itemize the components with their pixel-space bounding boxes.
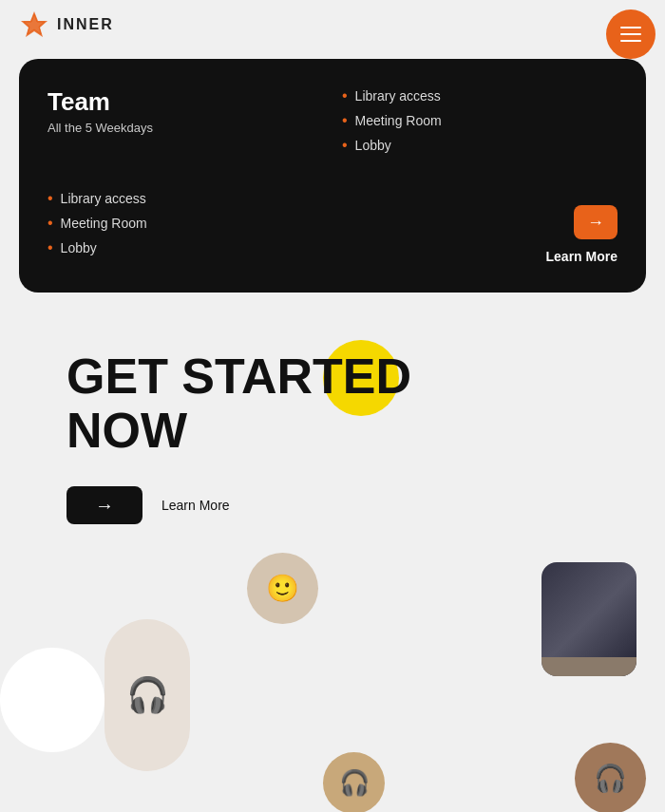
laptop-keyboard (542, 657, 636, 676)
title-wrapper: GET STARTED NOW (66, 349, 411, 458)
get-started-title: GET STARTED NOW (66, 349, 411, 458)
card-top: Team All the 5 Weekdays Library access M… (48, 87, 618, 161)
feature-label: Library access (355, 88, 441, 104)
headphones-bottom-image: 🎧 (323, 752, 385, 812)
card-arrow-button[interactable]: → (574, 205, 618, 239)
feature-item: Lobby (48, 239, 332, 256)
arrow-icon: → (95, 495, 114, 517)
card-title: Team (48, 87, 323, 117)
get-started-section: GET STARTED NOW → Learn More (0, 312, 665, 543)
headphones2-emoji: 🎧 (339, 768, 370, 798)
features-list-right: Library access Meeting Room Lobby (342, 87, 618, 154)
headphones-left-image: 🎧 (104, 619, 190, 771)
feature-item: Library access (342, 87, 618, 104)
feature-item: Meeting Room (342, 112, 618, 129)
images-section: 🙂 🎧 🎧 🎧 (0, 553, 665, 812)
headset-emoji: 🎧 (594, 763, 627, 794)
navbar: INNER (0, 0, 665, 49)
headphones-emoji: 🎧 (126, 675, 169, 715)
feature-label: Lobby (61, 240, 97, 255)
card-features-right: Library access Meeting Room Lobby (342, 87, 618, 161)
card-learn-more-link[interactable]: Learn More (546, 249, 618, 264)
team-card: Team All the 5 Weekdays Library access M… (19, 59, 646, 293)
card-bottom-right: → Learn More (332, 205, 618, 264)
card-left: Team All the 5 Weekdays (48, 87, 323, 161)
menu-button[interactable] (606, 9, 656, 59)
card-bottom: Library access Meeting Room Lobby → Lear… (48, 190, 618, 264)
hamburger-line (620, 40, 641, 42)
cta-row: → Learn More (66, 486, 646, 524)
get-started-arrow-button[interactable]: → (66, 486, 142, 524)
logo: INNER (19, 9, 114, 40)
get-started-line2: NOW (66, 403, 187, 458)
white-blob-decoration (0, 648, 104, 752)
get-started-learn-more-link[interactable]: Learn More (162, 498, 230, 513)
face-image: 🙂 (247, 553, 318, 624)
card-bottom-left: Library access Meeting Room Lobby (48, 190, 332, 264)
card-subtitle: All the 5 Weekdays (48, 121, 323, 135)
feature-label: Library access (61, 191, 146, 206)
feature-item: Meeting Room (48, 215, 332, 232)
logo-icon (19, 9, 49, 40)
feature-item: Library access (48, 190, 332, 207)
feature-label: Meeting Room (61, 216, 147, 231)
hamburger-line (620, 33, 641, 35)
laptop-image (542, 562, 636, 676)
hamburger-line (620, 27, 641, 28)
arrow-icon: → (587, 213, 604, 233)
get-started-line1: GET STARTED (66, 349, 411, 404)
feature-item: Lobby (342, 137, 618, 154)
logo-text: INNER (57, 16, 114, 33)
headset-right-image: 🎧 (575, 743, 646, 812)
feature-label: Meeting Room (355, 113, 442, 128)
face-emoji: 🙂 (266, 573, 299, 604)
features-list-left: Library access Meeting Room Lobby (48, 190, 332, 256)
feature-label: Lobby (355, 138, 391, 153)
